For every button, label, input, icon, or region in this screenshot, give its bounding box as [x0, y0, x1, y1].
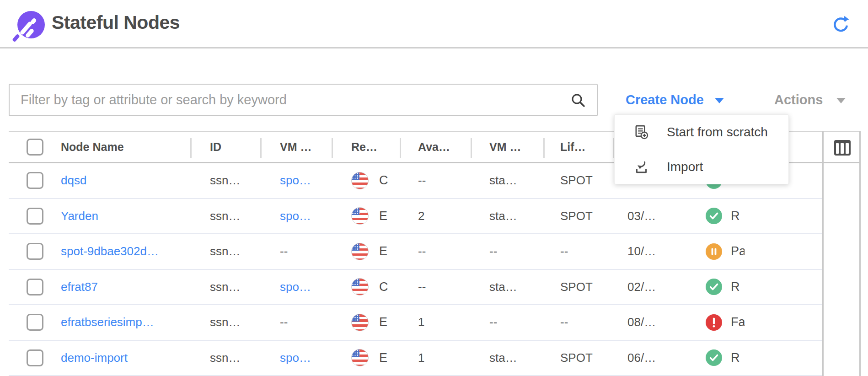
- select-all-checkbox[interactable]: [27, 139, 43, 156]
- node-name-link[interactable]: efrat87: [61, 280, 98, 294]
- us-flag-icon: [351, 243, 369, 260]
- cell-availability: --: [400, 173, 471, 188]
- cell-vm-state: sta…: [471, 173, 543, 188]
- header-cell-id[interactable]: ID: [190, 140, 260, 154]
- vm-link[interactable]: spo…: [280, 173, 311, 188]
- node-name-link[interactable]: efratbseriesimp…: [61, 315, 154, 329]
- vm-link[interactable]: spo…: [280, 351, 311, 365]
- spot-logo: [14, 10, 46, 41]
- row-checkbox[interactable]: [27, 314, 43, 331]
- cell-vm-state: --: [471, 315, 543, 329]
- availability-value: --: [418, 173, 426, 188]
- import-icon: [633, 159, 649, 175]
- cell-region: E: [332, 314, 400, 331]
- actions-button[interactable]: Actions: [774, 89, 846, 111]
- cell-created: 08/…: [613, 315, 695, 329]
- cell-status: R: [695, 279, 822, 295]
- node-name-link[interactable]: dqsd: [61, 173, 86, 188]
- cell-id: ssn…: [190, 280, 260, 294]
- cell-id: ssn…: [190, 315, 260, 329]
- cell-region: C: [332, 278, 400, 295]
- availability-value: --: [418, 280, 426, 294]
- availability-value: --: [418, 244, 426, 258]
- cell-availability: --: [400, 244, 471, 258]
- filter-box: [9, 84, 598, 116]
- header-cell-region[interactable]: Re…: [332, 140, 400, 154]
- node-name-link[interactable]: spot-9dbae302d…: [61, 244, 159, 258]
- cell-node-name: spot-9dbae302d…: [9, 243, 190, 260]
- table-row: efratbseriesimp…ssn…--E1----08/…Fa: [9, 305, 822, 341]
- row-checkbox[interactable]: [27, 172, 43, 189]
- region-label: E: [379, 351, 387, 365]
- cell-lifecycle: SPOT: [543, 173, 613, 188]
- paused-status-icon: [706, 243, 722, 260]
- table-row: efrat87ssn…spo…C--sta…SPOT02/…R: [9, 270, 822, 306]
- cell-vm: spo…: [260, 209, 332, 223]
- cell-availability: 1: [400, 315, 471, 329]
- stateful-nodes-page: Stateful Nodes Create Node Actions: [0, 0, 868, 376]
- running-status-icon: [706, 279, 722, 295]
- table-row: Yardenssn…spo…E2sta…SPOT03/…R: [9, 199, 822, 235]
- header-cell-availability[interactable]: Ava…: [400, 140, 471, 154]
- cell-vm-state: --: [471, 244, 543, 258]
- cell-lifecycle: SPOT: [543, 280, 613, 294]
- header-cell-vm-state[interactable]: VM …: [471, 140, 543, 154]
- cell-vm: --: [260, 244, 332, 258]
- vm-link: --: [280, 315, 288, 329]
- header-cell-lifecycle[interactable]: Lif…: [543, 140, 613, 154]
- cell-region: E: [332, 207, 400, 225]
- vm-link[interactable]: spo…: [280, 280, 311, 294]
- filter-input[interactable]: [10, 85, 597, 115]
- menu-item-label: Import: [667, 160, 703, 174]
- lifecycle-value: SPOT: [560, 351, 593, 365]
- cell-status: Fa: [695, 314, 822, 331]
- vm-state-value: --: [489, 244, 497, 258]
- status-label: R: [731, 351, 745, 365]
- node-name-link[interactable]: demo-import: [61, 351, 128, 365]
- node-name-link[interactable]: Yarden: [61, 209, 98, 223]
- menu-item-label: Start from scratch: [667, 125, 768, 140]
- menu-item-import[interactable]: Import: [615, 150, 788, 184]
- cell-id: ssn…: [190, 351, 260, 365]
- vm-state-value: --: [489, 315, 497, 329]
- cell-created: 02/…: [613, 280, 695, 294]
- header-divider: [0, 47, 868, 48]
- region-label: C: [379, 173, 388, 188]
- cell-node-name: Yarden: [9, 208, 190, 225]
- running-status-icon: [706, 349, 722, 366]
- cell-status: R: [695, 208, 822, 224]
- status-label: R: [731, 280, 745, 294]
- cell-lifecycle: SPOT: [543, 351, 613, 365]
- refresh-icon[interactable]: [831, 15, 850, 33]
- us-flag-icon: [351, 207, 369, 225]
- vm-link[interactable]: spo…: [280, 209, 311, 223]
- vm-state-value: sta…: [489, 209, 517, 223]
- failed-status-icon: [706, 314, 722, 331]
- row-checkbox[interactable]: [27, 279, 43, 295]
- node-id: ssn…: [210, 209, 240, 223]
- menu-item-start-from-scratch[interactable]: Start from scratch: [615, 115, 788, 150]
- table-row: demo-importssn…spo…E1sta…SPOT06/…R: [9, 341, 822, 376]
- cell-created: 03/…: [613, 209, 695, 223]
- cell-vm: --: [260, 315, 332, 329]
- row-checkbox[interactable]: [27, 208, 43, 225]
- availability-value: 1: [418, 351, 424, 365]
- cell-created: 06/…: [613, 351, 695, 365]
- actions-label: Actions: [774, 92, 823, 107]
- us-flag-icon: [351, 349, 369, 366]
- status-label: Fa: [731, 315, 745, 329]
- header-cell-node-name[interactable]: Node Name: [9, 139, 190, 156]
- column-picker-button[interactable]: [824, 132, 861, 163]
- create-node-button[interactable]: Create Node: [626, 89, 724, 111]
- cell-id: ssn…: [190, 209, 260, 223]
- row-checkbox[interactable]: [27, 243, 43, 260]
- created-date: 02/…: [627, 280, 656, 294]
- table-body: dqsdssn…spo…C--sta…SPOT02/…RYardenssn…sp…: [9, 163, 861, 376]
- cell-vm: spo…: [260, 173, 332, 188]
- header-cell-vm[interactable]: VM …: [260, 140, 332, 154]
- cell-id: ssn…: [190, 173, 260, 188]
- lifecycle-value: SPOT: [560, 209, 593, 223]
- vm-state-value: sta…: [489, 173, 517, 188]
- row-checkbox[interactable]: [27, 349, 43, 366]
- lifecycle-value: --: [560, 315, 568, 329]
